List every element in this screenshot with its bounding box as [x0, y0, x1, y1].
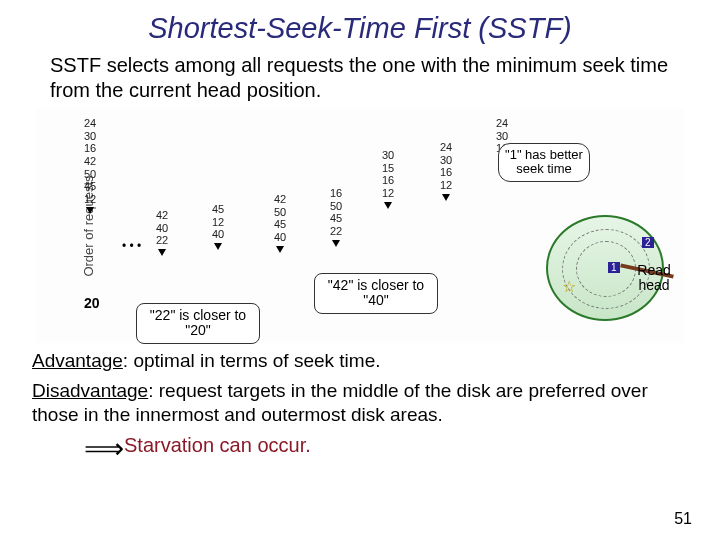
- col2-values: 451240: [212, 203, 224, 241]
- arrow-down-icon: [384, 202, 392, 209]
- arrow-down-icon: [442, 194, 450, 201]
- intro-text: SSTF selects among all requests the one …: [50, 53, 680, 103]
- col4-values: 16504522: [330, 187, 342, 238]
- arrow-down-icon: [158, 249, 166, 256]
- col6-values: 24301612: [440, 141, 452, 192]
- position-tag-2: 2: [642, 237, 654, 248]
- position-tag-1: 1: [608, 262, 620, 273]
- implies-arrow-icon: ⟹: [84, 432, 124, 465]
- arrow-down-icon: [86, 207, 94, 214]
- star-icon: ☆: [562, 277, 576, 296]
- request-column-5: 30151612: [382, 149, 394, 209]
- callout-22: "22" is closer to "20": [136, 303, 260, 344]
- arrow-down-icon: [214, 243, 222, 250]
- seek-time-bubble: "1" has better seek time: [498, 143, 590, 182]
- starvation-text: Starvation can occur.: [124, 434, 311, 456]
- request-column-4: 16504522: [330, 187, 342, 247]
- advantage-line: Advantage: optimal in terms of seek time…: [32, 349, 688, 373]
- callout-42: "42" is closer to "40": [314, 273, 438, 314]
- starvation-line: ⟹ Starvation can occur.: [124, 434, 720, 457]
- sstf-diagram: Order of requests 24301642504512 424022 …: [36, 109, 684, 343]
- disadvantage-line: Disadvantage: request targets in the mid…: [32, 379, 688, 427]
- advantage-text: : optimal in terms of seek time.: [123, 350, 381, 371]
- last-value: 20: [84, 295, 100, 311]
- page-title: Shortest-Seek-Time First (SSTF): [0, 0, 720, 45]
- ellipsis: • • •: [122, 239, 141, 253]
- col5-values: 30151612: [382, 149, 394, 200]
- request-column-3: 42504540: [274, 193, 286, 253]
- request-column-6: 24301612: [440, 141, 452, 201]
- request-column-0: 24301642504512: [84, 117, 96, 214]
- arrow-down-icon: [276, 246, 284, 253]
- page-number: 51: [674, 510, 692, 528]
- request-column-2: 451240: [212, 203, 224, 250]
- col0-values: 24301642504512: [84, 117, 96, 205]
- col3-values: 42504540: [274, 193, 286, 244]
- read-head-label: Read head: [630, 263, 678, 294]
- arrow-down-icon: [332, 240, 340, 247]
- col1-values: 424022: [156, 209, 168, 247]
- disadvantage-label: Disadvantage: [32, 380, 148, 401]
- request-column-1: 424022: [156, 209, 168, 256]
- advantage-label: Advantage: [32, 350, 123, 371]
